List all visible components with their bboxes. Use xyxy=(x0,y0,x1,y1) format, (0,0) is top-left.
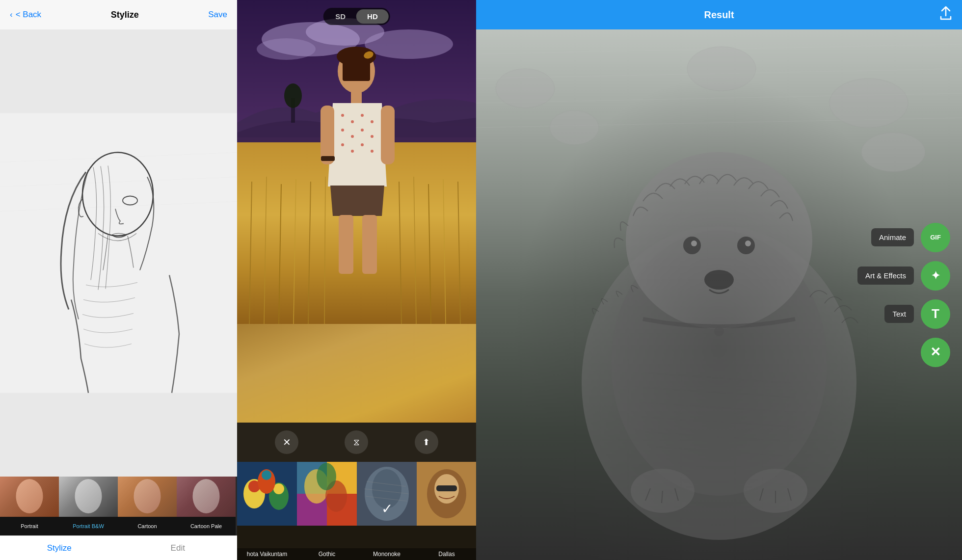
save-button[interactable]: Save xyxy=(208,10,227,20)
svg-point-61 xyxy=(317,463,336,490)
cartoon-pale-label: Cartoon Pale xyxy=(177,517,236,535)
text-label: Text xyxy=(884,305,914,323)
editor-preview-image xyxy=(237,0,476,423)
page-title: Stylize xyxy=(111,10,139,20)
svg-point-53 xyxy=(262,470,271,480)
svg-point-90 xyxy=(714,326,724,336)
style-item-dallas[interactable]: Dallas xyxy=(417,462,476,560)
animate-row: Animate GIF xyxy=(857,223,950,252)
dallas-label: Dallas xyxy=(417,548,476,560)
svg-line-74 xyxy=(476,93,962,103)
svg-point-79 xyxy=(687,47,756,91)
svg-rect-44 xyxy=(339,215,353,274)
text-row: Text T xyxy=(857,299,950,329)
svg-rect-29 xyxy=(351,92,362,105)
svg-point-82 xyxy=(582,226,856,540)
style-strip: hota Vaikuntam Gothic xyxy=(237,462,476,560)
svg-rect-42 xyxy=(321,106,334,164)
back-button[interactable]: ‹ < Back xyxy=(10,10,41,20)
gif-icon: GIF xyxy=(930,234,941,241)
result-title: Result xyxy=(704,9,734,21)
svg-point-86 xyxy=(737,237,755,254)
mononoke-selected-check: ✓ xyxy=(381,501,393,517)
quality-hd-button[interactable]: HD xyxy=(356,9,389,24)
editor-controls-bar: ✕ ⧖ ⬆ xyxy=(237,423,476,462)
svg-point-12 xyxy=(284,83,302,108)
svg-line-99 xyxy=(648,373,790,383)
svg-line-93 xyxy=(645,488,650,501)
svg-line-95 xyxy=(675,488,678,501)
dallas-preview xyxy=(417,462,476,526)
svg-point-78 xyxy=(829,79,908,128)
svg-line-100 xyxy=(643,388,795,398)
svg-rect-71 xyxy=(436,485,457,491)
style-item-mononoke[interactable]: ✓ Mononoke xyxy=(357,462,417,560)
cartoon-face xyxy=(134,479,161,513)
art-effects-label: Art & Effects xyxy=(857,267,914,285)
text-button[interactable]: T xyxy=(921,299,950,329)
svg-point-81 xyxy=(861,133,925,172)
svg-rect-46 xyxy=(321,156,335,161)
svg-line-75 xyxy=(476,118,962,128)
portrait-bw-thumb-image xyxy=(59,477,118,517)
filter-thumb-cartoon-pale[interactable]: Cartoon Pale xyxy=(177,477,236,535)
tab-edit[interactable]: Edit xyxy=(119,536,238,560)
text-icon: T xyxy=(932,306,939,321)
svg-rect-0 xyxy=(0,113,237,393)
svg-point-80 xyxy=(550,110,599,145)
svg-point-87 xyxy=(691,240,697,246)
svg-point-88 xyxy=(745,240,751,246)
svg-point-35 xyxy=(351,135,354,138)
svg-point-41 xyxy=(371,150,374,153)
art-effects-button[interactable]: ✦ xyxy=(921,261,950,291)
share-icon xyxy=(939,6,952,21)
style-item-vaikuntam[interactable]: hota Vaikuntam xyxy=(237,462,297,560)
svg-point-83 xyxy=(611,231,827,496)
close-button[interactable]: ✕ xyxy=(275,430,298,454)
cartoon-pale-face xyxy=(193,479,220,513)
close-result-button[interactable]: ✕ xyxy=(921,338,950,367)
chevron-left-icon: ‹ xyxy=(10,10,13,20)
close-row: ✕ xyxy=(857,338,950,367)
filter-thumb-portrait-bw[interactable]: Portrait B&W xyxy=(59,477,118,535)
svg-point-33 xyxy=(371,120,374,123)
svg-point-91 xyxy=(631,469,695,513)
edit-tab-label: Edit xyxy=(171,543,185,553)
sketch-image xyxy=(0,29,237,477)
panel-header: ‹ < Back Stylize Save xyxy=(0,0,237,29)
svg-point-38 xyxy=(341,143,344,146)
animate-button[interactable]: GIF xyxy=(921,223,950,252)
adjust-button[interactable]: ⧖ xyxy=(345,430,368,454)
tab-stylize[interactable]: Stylize xyxy=(0,536,119,560)
filter-thumb-cartoon[interactable]: Cartoon xyxy=(118,477,177,535)
stylize-panel: ‹ < Back Stylize Save xyxy=(0,0,237,560)
share-button[interactable]: ⬆ xyxy=(415,430,438,454)
editor-panel: SD HD xyxy=(237,0,476,560)
svg-point-92 xyxy=(744,469,807,513)
vaikuntam-preview xyxy=(237,462,297,526)
mononoke-label: Mononoke xyxy=(357,548,417,560)
stylize-tab-label: Stylize xyxy=(47,543,72,553)
svg-point-51 xyxy=(273,483,284,494)
action-buttons-group: Animate GIF Art & Effects ✦ Text T ✕ xyxy=(857,223,950,367)
gothic-label: Gothic xyxy=(297,548,357,560)
svg-point-31 xyxy=(351,120,354,123)
sketch-preview-area xyxy=(0,29,237,477)
svg-point-32 xyxy=(361,114,364,117)
filter-thumbnails-strip: Portrait Portrait B&W Cartoon Cartoon Pa… xyxy=(0,477,237,535)
field-scene-svg xyxy=(237,0,476,324)
sparkle-icon: ✦ xyxy=(931,269,940,282)
svg-point-89 xyxy=(704,270,734,290)
portrait-face xyxy=(16,479,43,513)
portrait-thumb-image xyxy=(0,477,59,517)
svg-point-10 xyxy=(257,38,316,60)
result-share-button[interactable] xyxy=(939,6,952,24)
cartoon-pale-thumb-image xyxy=(177,477,236,517)
style-item-gothic[interactable]: Gothic xyxy=(297,462,357,560)
svg-line-103 xyxy=(645,432,793,442)
svg-point-37 xyxy=(371,135,374,138)
quality-sd-button[interactable]: SD xyxy=(324,9,356,24)
filter-thumb-portrait[interactable]: Portrait xyxy=(0,477,59,535)
vaikuntam-label: hota Vaikuntam xyxy=(237,548,297,560)
back-label[interactable]: < Back xyxy=(16,10,41,20)
